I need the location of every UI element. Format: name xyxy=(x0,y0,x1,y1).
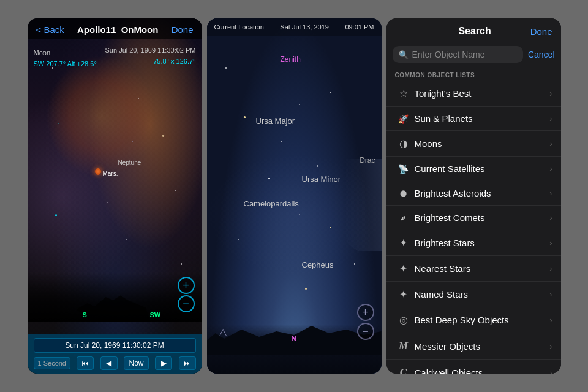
mid-time-label: 09:01 PM xyxy=(345,23,374,31)
object-list: ☆Tonight's Best›🚀Sun & Planets›◑Moons›📡C… xyxy=(386,81,561,374)
cepheus-label: Cepheus xyxy=(302,260,334,270)
list-item[interactable]: MMessier Objects› xyxy=(386,333,561,360)
bottom-bar: Sun Jul 20, 1969 11:30:02 PM 1 Second ⏮ … xyxy=(28,334,202,374)
draco-label: Drac xyxy=(360,156,375,165)
mid-zoom-buttons: + − xyxy=(357,304,374,340)
right-title: Search xyxy=(420,26,530,37)
list-item[interactable]: ✦Brightest Stars› xyxy=(386,230,561,256)
list-item-label: Nearest Stars xyxy=(415,263,550,274)
moon-label: Moon xyxy=(34,49,51,56)
right-header: Search Done xyxy=(386,18,561,42)
list-item-label: Moons xyxy=(415,138,550,149)
list-item-label: Brightest Stars xyxy=(415,238,550,248)
chevron-right-icon: › xyxy=(549,114,552,123)
chevron-right-icon: › xyxy=(549,342,552,351)
speed-button[interactable]: 1 Second xyxy=(34,357,70,369)
now-button[interactable]: Now xyxy=(124,356,148,370)
icon-star-four: ✦ xyxy=(395,237,412,249)
north-marker: N xyxy=(291,334,296,343)
zenith-label: Zenith xyxy=(281,55,301,64)
time-display: Sun Jul 20, 1969 11:30:02 PM xyxy=(34,338,196,353)
sky-background[interactable]: Zenith Ursa Major Ursa Minor Cameloparda… xyxy=(207,18,382,374)
ursa-major-label: Ursa Major xyxy=(256,116,295,126)
ursa-minor-label: Ursa Minor xyxy=(302,175,341,184)
icon-star-outline: ☆ xyxy=(395,88,412,99)
date-label: Sun Jul 20, 1969 11:30:02 PM xyxy=(105,47,196,54)
info-bar: Moon Sun Jul 20, 1969 11:30:02 PM SW 207… xyxy=(28,45,202,70)
list-item[interactable]: ☆Tonight's Best› xyxy=(386,81,561,107)
chevron-right-icon: › xyxy=(549,189,552,198)
left-done-button[interactable]: Done xyxy=(172,24,194,35)
list-item[interactable]: ⬤Brightest Asteroids› xyxy=(386,181,561,206)
list-item[interactable]: ◎Best Deep Sky Objects› xyxy=(386,307,561,333)
mid-header: Current Location Sat Jul 13, 2019 09:01 … xyxy=(207,18,382,36)
icon-comet: ✒ xyxy=(394,208,413,227)
compass-south-label: S xyxy=(83,311,87,318)
list-item-label: Tonight's Best xyxy=(415,88,550,99)
list-item[interactable]: 🚀Sun & Planets› xyxy=(386,107,561,131)
icon-deep-sky: ◎ xyxy=(395,314,412,326)
list-item[interactable]: ✦Named Stars› xyxy=(386,282,561,307)
mid-panel: Current Location Sat Jul 13, 2019 09:01 … xyxy=(207,18,382,374)
chevron-right-icon: › xyxy=(549,164,552,173)
icon-star-nearest: ✦ xyxy=(395,263,412,274)
left-header: < Back Apollo11_OnMoon Done xyxy=(28,18,202,39)
list-item[interactable]: ✒Brightest Comets› xyxy=(386,206,561,230)
icon-caldwell: C xyxy=(395,366,412,374)
mid-date-label: Sat Jul 13, 2019 xyxy=(280,23,329,31)
list-item-label: Brightest Comets xyxy=(415,213,550,223)
left-panel: < Back Apollo11_OnMoon Done Moon Sun Jul… xyxy=(28,18,202,374)
zoom-in-button[interactable]: + xyxy=(178,277,195,294)
zoom-buttons: + − xyxy=(178,277,195,312)
compass-southwest-label: SW xyxy=(150,311,161,318)
search-input[interactable]: Enter Object Name xyxy=(412,50,517,59)
play-prev-button[interactable]: ◀ xyxy=(100,356,118,370)
list-item[interactable]: CCaldwell Objects› xyxy=(386,360,561,374)
starfield-background: Mars. Neptune S SW + − xyxy=(28,18,202,374)
mid-zoom-out-button[interactable]: − xyxy=(357,323,374,340)
chevron-right-icon: › xyxy=(549,315,552,325)
cancel-button[interactable]: Cancel xyxy=(528,50,555,59)
list-item[interactable]: ◑Moons› xyxy=(386,131,561,157)
location-label: Current Location xyxy=(214,23,264,31)
left-title: Apollo11_OnMoon xyxy=(77,24,159,35)
coord-right: 75.8° x 126.7° xyxy=(153,58,195,65)
list-item-label: Current Satellites xyxy=(415,164,550,174)
chevron-right-icon: › xyxy=(549,368,552,374)
chevron-right-icon: › xyxy=(549,89,552,98)
icon-moon-half: ◑ xyxy=(395,138,412,149)
chevron-right-icon: › xyxy=(549,238,552,247)
screenshot-container: < Back Apollo11_OnMoon Done Moon Sun Jul… xyxy=(0,0,588,392)
mars-label: Mars. xyxy=(103,170,118,177)
list-item[interactable]: ✦Nearest Stars› xyxy=(386,256,561,282)
list-item-label: Brightest Asteroids xyxy=(415,188,550,198)
list-item[interactable]: 📡Current Satellites› xyxy=(386,157,561,181)
right-done-button[interactable]: Done xyxy=(530,26,552,37)
icon-rocket: 🚀 xyxy=(395,114,412,124)
list-item-label: Caldwell Objects xyxy=(415,368,550,374)
play-prev-big-button[interactable]: ⏮ xyxy=(77,356,94,370)
mars-planet xyxy=(95,168,101,175)
play-next-button[interactable]: ▶ xyxy=(155,356,172,370)
icon-satellite: 📡 xyxy=(395,164,412,174)
zoom-out-button[interactable]: − xyxy=(178,295,195,312)
right-panel: Search Done 🔍 Enter Object Name Cancel C… xyxy=(386,18,561,374)
icon-star-named: ✦ xyxy=(395,288,412,300)
camelopardalis-label: Camelopardalis xyxy=(244,199,299,208)
section-label: COMMON OBJECT LISTS xyxy=(386,67,561,81)
list-item-label: Messier Objects xyxy=(415,341,550,352)
chevron-right-icon: › xyxy=(549,264,552,273)
expand-button[interactable]: △ xyxy=(214,323,232,340)
back-button[interactable]: < Back xyxy=(36,24,64,35)
list-item-label: Sun & Planets xyxy=(415,113,550,124)
mid-zoom-in-button[interactable]: + xyxy=(357,304,374,321)
neptune-label: Neptune xyxy=(118,159,141,166)
search-icon: 🔍 xyxy=(399,50,409,59)
search-bar: 🔍 Enter Object Name Cancel xyxy=(386,42,561,67)
play-next-big-button[interactable]: ⏭ xyxy=(179,356,196,370)
chevron-right-icon: › xyxy=(549,139,552,148)
playback-controls: 1 Second ⏮ ◀ Now ▶ ⏭ xyxy=(34,356,196,370)
list-item-label: Named Stars xyxy=(415,289,550,300)
coord-left: SW 207.7° Alt +28.6° xyxy=(34,60,97,67)
icon-asteroid: ⬤ xyxy=(395,190,412,197)
